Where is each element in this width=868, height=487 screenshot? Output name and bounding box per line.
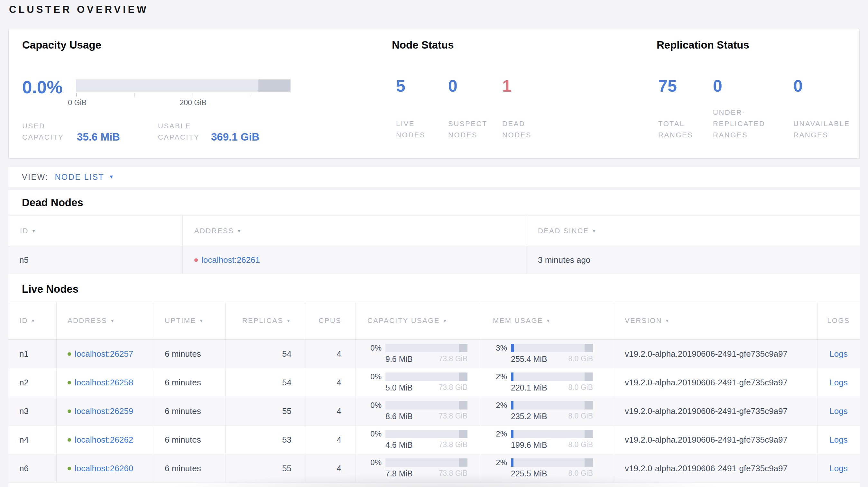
cluster-overview-page: CLUSTER OVERVIEW Capacity Usage Node Sta… — [0, 0, 868, 487]
live-status-icon — [68, 467, 71, 470]
dead-header-id[interactable]: ID ▼ — [8, 216, 183, 246]
dead-nodes-count: 1 — [502, 77, 546, 94]
uptime-cell: 6 minutes — [153, 368, 225, 397]
mem-used: 235.2 MiB — [511, 412, 547, 421]
page-title: CLUSTER OVERVIEW — [9, 4, 149, 15]
sort-arrow-icon: ▼ — [546, 318, 551, 323]
capacity-bar — [385, 372, 467, 381]
logs-link[interactable]: Logs — [829, 435, 847, 445]
capacity-usage-cell: 0% 8.6 MiB 73.8 GiB — [356, 397, 481, 425]
header-version[interactable]: VERSION ▼ — [613, 302, 817, 339]
logs-link[interactable]: Logs — [829, 406, 847, 416]
capacity-total: 73.8 GiB — [439, 355, 468, 364]
suspect-nodes-label: SUSPECT NODES — [448, 118, 492, 140]
used-capacity-label: USED CAPACITY — [22, 120, 70, 143]
under-replicated-count: 0 — [713, 77, 779, 94]
unavailable-ranges-label: UNAVAILABLE RANGES — [793, 118, 859, 140]
capacity-usage-title: Capacity Usage — [22, 39, 101, 51]
header-mem-usage[interactable]: MEM USAGE ▼ — [481, 302, 613, 339]
node-address-cell: localhost:26261 — [183, 247, 526, 274]
sort-arrow-icon: ▼ — [665, 318, 670, 323]
total-ranges-count: 75 — [658, 77, 702, 94]
axis-label-200gib: 200 GiB — [180, 98, 206, 107]
under-replicated-label: UNDER-REPLICATED RANGES — [713, 107, 779, 140]
suspect-nodes-stat: 0 SUSPECT NODES — [448, 77, 492, 140]
live-nodes-table-header: ID ▼ ADDRESS ▼ UPTIME ▼ REPLICAS ▼ CPUS … — [8, 302, 860, 340]
table-row: n2 localhost:26258 6 minutes 54 4 0% 5.0… — [8, 368, 860, 397]
live-status-icon — [68, 410, 71, 413]
capacity-usage-cell: 0% 9.6 MiB 73.8 GiB — [356, 340, 481, 368]
node-address-link[interactable]: localhost:26261 — [202, 255, 260, 265]
logs-link[interactable]: Logs — [829, 349, 847, 359]
table-row: n3 localhost:26259 6 minutes 55 4 0% 8.6… — [8, 397, 860, 426]
total-ranges-label: TOTAL RANGES — [658, 118, 702, 140]
header-replicas[interactable]: REPLICAS ▼ — [225, 302, 306, 339]
live-nodes-label: LIVE NODES — [396, 118, 439, 140]
header-address[interactable]: ADDRESS ▼ — [57, 302, 153, 339]
capacity-total: 73.8 GiB — [439, 469, 468, 478]
table-row: n4 localhost:26262 6 minutes 53 4 0% 4.6… — [8, 426, 860, 454]
node-address-link[interactable]: localhost:26258 — [75, 378, 133, 388]
chevron-down-icon[interactable]: ▼ — [109, 174, 114, 180]
version-cell: v19.2.0-alpha.20190606-2491-gfe735c9a97 — [613, 397, 817, 425]
sort-arrow-icon: ▼ — [199, 318, 204, 323]
capacity-total: 73.8 GiB — [439, 383, 468, 392]
live-status-icon — [68, 438, 71, 442]
dead-nodes-table-header: ID ▼ ADDRESS ▼ DEAD SINCE ▼ — [8, 215, 860, 247]
axis-tick — [250, 93, 250, 97]
header-cpus[interactable]: CPUS — [306, 302, 356, 339]
version-cell: v19.2.0-alpha.20190606-2491-gfe735c9a97 — [613, 368, 817, 397]
capacity-total: 73.8 GiB — [439, 412, 468, 421]
node-address-link[interactable]: localhost:26259 — [75, 406, 133, 416]
view-dropdown[interactable]: NODE LIST — [55, 172, 104, 182]
node-address-link[interactable]: localhost:26257 — [75, 349, 133, 359]
mem-usage-cell: 2% 225.5 MiB 8.0 GiB — [481, 454, 613, 483]
mem-bar — [511, 430, 593, 438]
logs-link[interactable]: Logs — [829, 378, 847, 388]
capacity-axis-ticks — [76, 93, 290, 97]
capacity-bar-track — [76, 79, 290, 92]
header-id[interactable]: ID ▼ — [8, 302, 57, 339]
replicas-cell: 54 — [225, 368, 306, 397]
axis-tick — [134, 93, 134, 97]
uptime-cell: 6 minutes — [153, 340, 225, 368]
usable-capacity-value: 369.1 GiB — [211, 131, 259, 143]
dead-header-address[interactable]: ADDRESS ▼ — [183, 216, 526, 246]
uptime-cell: 6 minutes — [153, 426, 225, 454]
replicas-cell: 53 — [225, 426, 306, 454]
total-ranges-stat: 75 TOTAL RANGES — [658, 77, 702, 140]
replication-status-title: Replication Status — [657, 39, 749, 51]
capacity-bar-dark-segment — [258, 79, 290, 92]
node-id-cell: n3 — [8, 397, 57, 425]
dead-nodes-title: Dead Nodes — [8, 190, 860, 209]
capacity-percent: 0% — [365, 429, 381, 439]
node-address-link[interactable]: localhost:26262 — [75, 435, 133, 445]
header-uptime[interactable]: UPTIME ▼ — [153, 302, 225, 339]
capacity-used: 4.6 MiB — [385, 441, 413, 450]
logs-cell: Logs — [817, 340, 860, 368]
axis-label-0gib: 0 GiB — [68, 98, 87, 107]
mem-bar — [511, 344, 593, 352]
mem-percent: 2% — [490, 429, 507, 439]
capacity-usage-cell: 0% 7.8 MiB 73.8 GiB — [356, 454, 481, 483]
mem-total: 8.0 GiB — [568, 441, 593, 450]
node-id-cell: n4 — [8, 426, 57, 454]
logs-link[interactable]: Logs — [829, 463, 847, 474]
capacity-bar — [385, 401, 467, 410]
cluster-summary-card: Capacity Usage Node Status Replication S… — [8, 29, 860, 159]
sort-arrow-icon: ▼ — [32, 228, 37, 233]
node-address-link[interactable]: localhost:26260 — [75, 463, 133, 474]
replicas-cell: 55 — [225, 397, 306, 425]
sort-arrow-icon: ▼ — [31, 318, 36, 323]
mem-total: 8.0 GiB — [568, 469, 593, 478]
live-nodes-title: Live Nodes — [8, 274, 860, 295]
capacity-usage-cell: 0% 5.0 MiB 73.8 GiB — [356, 368, 481, 397]
cpus-cell: 4 — [306, 340, 356, 368]
mem-bar — [511, 458, 593, 467]
nodes-section: Dead Nodes ID ▼ ADDRESS ▼ DEAD SINCE ▼ n… — [8, 190, 860, 487]
capacity-usage-cell: 0% 4.6 MiB 73.8 GiB — [356, 426, 481, 454]
header-capacity-usage[interactable]: CAPACITY USAGE ▼ — [356, 302, 481, 339]
dead-header-dead-since[interactable]: DEAD SINCE ▼ — [526, 216, 860, 246]
capacity-used: 9.6 MiB — [385, 355, 413, 364]
mem-used: 255.4 MiB — [511, 355, 547, 364]
